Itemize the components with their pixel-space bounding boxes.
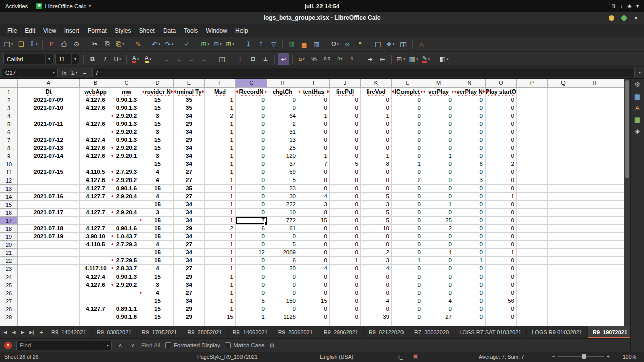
cell-P14[interactable]: [517, 193, 548, 201]
cell-A9[interactable]: 2021-07-14: [18, 152, 80, 160]
font-color-button[interactable]: A▾: [130, 53, 141, 65]
cell-A12[interactable]: [18, 176, 80, 185]
sidebar-settings-icon[interactable]: ⚙: [634, 81, 640, 88]
cell-Q-partial[interactable]: [548, 321, 579, 326]
find-and-replace-icon[interactable]: ⚙: [269, 342, 275, 349]
cell-H18[interactable]: 61: [267, 225, 298, 233]
sheet-tab-r9_14042021[interactable]: R9_14042021: [46, 326, 92, 338]
next-sheet-button[interactable]: ▶: [18, 330, 27, 335]
cell-G4[interactable]: 0: [236, 112, 267, 120]
wrap-text-button[interactable]: ↩: [278, 53, 289, 65]
cell-N4[interactable]: 0: [454, 112, 486, 120]
cell-B26[interactable]: [80, 289, 111, 297]
insert-chart-button[interactable]: ▅: [298, 38, 310, 50]
cell-N1[interactable]: verPlay N: [454, 88, 486, 96]
cell-C13[interactable]: 0.90.1.6: [111, 185, 142, 193]
cell-Q9[interactable]: [548, 152, 579, 160]
cell-F9[interactable]: 1: [205, 152, 236, 160]
cell-O28[interactable]: 0: [486, 305, 517, 313]
cell-P7[interactable]: [517, 136, 548, 144]
cell-C6[interactable]: 2.9.20.2: [111, 128, 142, 136]
cell-F1[interactable]: Msd: [205, 88, 236, 96]
row-header-3[interactable]: 3: [0, 104, 18, 112]
cell-F10[interactable]: 1: [205, 160, 236, 168]
cell-R20[interactable]: [579, 241, 610, 249]
cell-R29[interactable]: [579, 313, 610, 321]
cell-I29[interactable]: 0: [298, 313, 330, 321]
insert-row-above-button[interactable]: ⊞▾: [199, 38, 211, 50]
cell-F11[interactable]: 1: [205, 168, 236, 176]
row-header-25[interactable]: 25: [0, 281, 18, 289]
row-header-22[interactable]: 22: [0, 257, 18, 265]
cell-H17[interactable]: 772: [267, 217, 298, 225]
cell-R5[interactable]: [579, 120, 610, 128]
cell-P15[interactable]: [517, 201, 548, 209]
cell-E18[interactable]: 29: [174, 225, 205, 233]
cell-C5[interactable]: 0.90.1.3: [111, 120, 142, 128]
cell-M13[interactable]: 0: [423, 185, 454, 193]
cell-P5[interactable]: [517, 120, 548, 128]
add-decimal-button[interactable]: .0+: [334, 53, 345, 65]
cell-J3[interactable]: 0: [330, 104, 361, 112]
cell-L20[interactable]: 0: [392, 241, 423, 249]
cell-H21[interactable]: 2009: [267, 249, 298, 257]
cell-A23[interactable]: [18, 265, 80, 273]
cell-B2[interactable]: 4.127.6: [80, 96, 111, 104]
cell-G15[interactable]: 0: [236, 201, 267, 209]
cell-D5[interactable]: 15: [142, 120, 174, 128]
cell-A27[interactable]: [18, 297, 80, 305]
print-button[interactable]: ⎙: [58, 38, 70, 50]
cell-I17[interactable]: 15: [298, 217, 330, 225]
cell-D28[interactable]: 15: [142, 305, 174, 313]
cell-C21[interactable]: [111, 249, 142, 257]
cell-H26[interactable]: 0: [267, 289, 298, 297]
page-style[interactable]: PageStyle_R9_19072021: [197, 354, 258, 360]
cell-G19[interactable]: 0: [236, 233, 267, 241]
cell-L6[interactable]: 0: [392, 128, 423, 136]
cell-R22[interactable]: [579, 257, 610, 265]
cell-A21[interactable]: [18, 249, 80, 257]
row-header-13[interactable]: 13: [0, 185, 18, 193]
zoom-slider[interactable]: − +: [552, 354, 610, 359]
cell-A24[interactable]: [18, 273, 80, 281]
cell-F17[interactable]: 1: [205, 217, 236, 225]
column-header-F[interactable]: F: [205, 79, 236, 88]
cell-E5[interactable]: 29: [174, 120, 205, 128]
cell-O4[interactable]: 0: [486, 112, 517, 120]
cell-N7[interactable]: 0: [454, 136, 486, 144]
cell-G23[interactable]: 0: [236, 265, 267, 273]
cell-B18[interactable]: 4.127.7: [80, 225, 111, 233]
cell-N18[interactable]: 0: [454, 225, 486, 233]
cell-R25[interactable]: [579, 281, 610, 289]
dropdown-caret-icon[interactable]: ▾: [416, 57, 418, 61]
cell-A26[interactable]: [18, 289, 80, 297]
cell-R4[interactable]: [579, 112, 610, 120]
cell-G18[interactable]: 6: [236, 225, 267, 233]
cell-I12[interactable]: 0: [298, 176, 330, 185]
cell-D13[interactable]: 15: [142, 185, 174, 193]
cell-M10[interactable]: 0: [423, 160, 454, 168]
row-header-16[interactable]: 16: [0, 209, 18, 217]
cell-G3[interactable]: 0: [236, 104, 267, 112]
cell-E20[interactable]: 27: [174, 241, 205, 249]
cell-F23[interactable]: 1: [205, 265, 236, 273]
cell-P29[interactable]: [517, 313, 548, 321]
cell-R2[interactable]: [579, 96, 610, 104]
row-header-8[interactable]: 8: [0, 144, 18, 152]
cell-K10[interactable]: 8: [361, 160, 392, 168]
cell-H14[interactable]: 30: [267, 193, 298, 201]
cell-E1[interactable]: rminal Ty: [174, 88, 205, 96]
cell-M25[interactable]: 0: [423, 281, 454, 289]
cell-L16[interactable]: 0: [392, 209, 423, 217]
cell-G-partial[interactable]: [236, 321, 267, 326]
cell-G12[interactable]: 0: [236, 176, 267, 185]
cell-O12[interactable]: 0: [486, 176, 517, 185]
dropdown-caret-icon[interactable]: ▾: [337, 42, 339, 46]
cell-G26[interactable]: 0: [236, 289, 267, 297]
cell-C24[interactable]: 0.90.1.3: [111, 273, 142, 281]
cell-K1[interactable]: lireVod: [361, 88, 392, 96]
tray-caret-icon[interactable]: ▾: [636, 3, 639, 9]
cell-N13[interactable]: 0: [454, 185, 486, 193]
cell-J25[interactable]: 0: [330, 281, 361, 289]
cell-C-partial[interactable]: [111, 321, 142, 326]
